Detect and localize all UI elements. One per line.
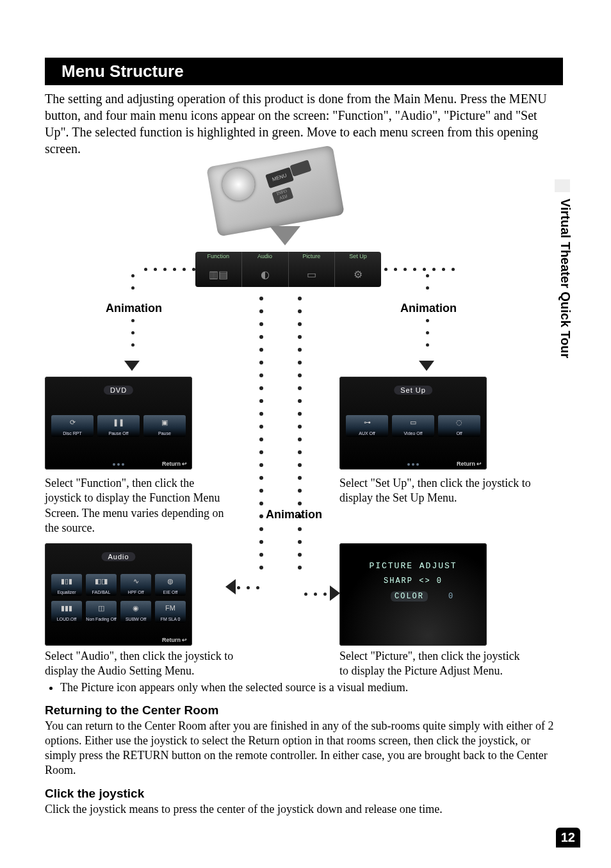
dotted-path bbox=[304, 593, 327, 596]
page-indicator bbox=[407, 463, 419, 466]
arrow-down-icon bbox=[419, 361, 434, 371]
click-joystick-heading: Click the joystick bbox=[45, 787, 563, 801]
tile-label: Off bbox=[456, 431, 462, 436]
note-item: The Picture icon appears only when the s… bbox=[60, 681, 563, 694]
screen-title: DVD bbox=[104, 386, 133, 395]
returning-body: You can return to the Center Room after … bbox=[45, 719, 563, 778]
screen-title: Audio bbox=[101, 552, 135, 561]
menu-item-label: Picture bbox=[289, 253, 335, 259]
remote-illustration: MENU INFO ADJ bbox=[206, 145, 345, 236]
picture-sharp-row: SHARP <> 0 bbox=[339, 577, 487, 585]
tile-label: FM SLA 0 bbox=[161, 617, 181, 621]
audio-caption: Select "Audio", then click the joystick … bbox=[45, 649, 237, 679]
tile-subw-off: ◉SUBW Off bbox=[120, 601, 151, 623]
audio-icon: ◐ bbox=[242, 262, 288, 287]
picture-title: PICTURE ADJUST bbox=[339, 561, 487, 571]
returning-heading: Returning to the Center Room bbox=[45, 703, 563, 717]
return-label: Return bbox=[457, 461, 482, 467]
tile-label: Disc RPT bbox=[63, 431, 82, 436]
function-caption: Select "Function", then click the joysti… bbox=[45, 476, 231, 536]
menu-item-function: Function ▥▤ bbox=[195, 252, 242, 287]
function-icon: ▥▤ bbox=[195, 262, 241, 287]
picture-adjust-screen: PICTURE ADJUST SHARP <> 0 COLOR 0 bbox=[339, 543, 487, 646]
menu-item-label: Set Up bbox=[335, 253, 381, 259]
subwoofer-icon: ◉ bbox=[120, 604, 151, 612]
page-indicator bbox=[113, 463, 124, 466]
repeat-icon: ⟳ bbox=[51, 418, 94, 427]
tile-fm-sla: FMFM SLA 0 bbox=[155, 601, 186, 623]
tile-nonfading-off: ◫Non Fading Off bbox=[86, 601, 117, 623]
animation-label: Animation bbox=[106, 302, 162, 315]
main-menu-bar: Function ▥▤ Audio ◐ Picture ▭ Set Up ⚙ bbox=[195, 252, 381, 287]
balance-icon: ◧◨ bbox=[86, 577, 117, 585]
tile-label: SUBW Off bbox=[126, 617, 146, 621]
fm-icon: FM bbox=[155, 604, 186, 612]
dotted-path bbox=[144, 268, 195, 271]
joystick-knob-icon bbox=[220, 166, 257, 203]
picture-caption: Select "Picture", then click the joystic… bbox=[339, 649, 532, 679]
arrow-left-icon bbox=[225, 579, 236, 594]
pause-icon: ❚❚ bbox=[97, 418, 140, 427]
setup-caption: Select "Set Up", then click the joystick… bbox=[339, 476, 532, 506]
info-button-icon: INFO ADJ bbox=[272, 187, 293, 204]
return-label: Return bbox=[162, 461, 187, 467]
animation-label: Animation bbox=[400, 302, 457, 315]
tile-label: HPF Off bbox=[127, 590, 143, 594]
menu-item-picture: Picture ▭ bbox=[289, 252, 336, 287]
menu-button-icon: MENU bbox=[265, 167, 294, 188]
picture-color-value: 0 bbox=[448, 592, 453, 601]
dotted-path bbox=[131, 319, 134, 347]
arrow-down-icon bbox=[124, 361, 140, 371]
tile-pause: ▣Pause bbox=[143, 415, 186, 437]
function-menu-screen: DVD ⟳Disc RPT ❚❚Pause Off ▣Pause Return bbox=[45, 377, 192, 470]
off-icon: ◌ bbox=[438, 418, 480, 427]
tile-label: AUX Off bbox=[359, 431, 375, 436]
tile-pause-off: ❚❚Pause Off bbox=[97, 415, 140, 437]
video-icon: ▭ bbox=[392, 418, 434, 427]
loudness-icon: ▮▮▮ bbox=[51, 604, 82, 612]
nonfading-icon: ◫ bbox=[86, 604, 117, 612]
remote-button-icon bbox=[289, 160, 311, 176]
menu-item-label: Function bbox=[195, 253, 241, 259]
dotted-path bbox=[426, 319, 429, 347]
menu-item-label: Audio bbox=[242, 253, 288, 259]
page-number: 12 bbox=[556, 828, 580, 848]
hpf-icon: ∿ bbox=[120, 577, 151, 585]
dotted-path bbox=[298, 297, 302, 569]
animation-label: Animation bbox=[266, 508, 322, 521]
picture-color-label: COLOR bbox=[391, 591, 428, 602]
dotted-path bbox=[259, 297, 263, 569]
tile-hpf-off: ∿HPF Off bbox=[120, 574, 151, 596]
dotted-path bbox=[426, 274, 429, 290]
tile-eie-off: ◍EIE Off bbox=[155, 574, 186, 596]
eie-icon: ◍ bbox=[155, 577, 186, 585]
aux-icon: ⊶ bbox=[346, 418, 388, 427]
menu-item-setup: Set Up ⚙ bbox=[335, 252, 381, 287]
setup-menu-screen: Set Up ⊶AUX Off ▭Video Off ◌Off Return bbox=[339, 377, 487, 470]
dotted-path bbox=[384, 268, 455, 271]
dotted-path bbox=[131, 274, 134, 290]
tile-loud-off: ▮▮▮LOUD.Off bbox=[51, 601, 82, 623]
tile-fad-bal: ◧◨FAD/BAL bbox=[86, 574, 117, 596]
click-joystick-body: Click the joystick means to press the ce… bbox=[45, 802, 563, 817]
notes-list: The Picture icon appears only when the s… bbox=[45, 681, 563, 694]
tile-label: Video Off bbox=[404, 431, 423, 436]
arrow-down-icon bbox=[270, 226, 300, 245]
tile-label: Equalizer bbox=[57, 590, 76, 594]
tile-disc-rpt: ⟳Disc RPT bbox=[51, 415, 94, 437]
tile-video-off: ▭Video Off bbox=[392, 415, 434, 437]
return-label: Return bbox=[162, 637, 187, 643]
tile-label: Pause Off bbox=[108, 431, 128, 436]
tile-label: FAD/BAL bbox=[92, 590, 111, 594]
menu-structure-diagram: MENU INFO ADJ Function ▥▤ Audio ◐ Pictur… bbox=[45, 162, 563, 668]
tile-label: LOUD.Off bbox=[57, 617, 77, 621]
section-heading: Menu Structure bbox=[45, 58, 563, 85]
menu-item-audio: Audio ◐ bbox=[242, 252, 289, 287]
dotted-path bbox=[237, 586, 259, 589]
setup-icon: ⚙ bbox=[335, 262, 381, 287]
tile-equalizer: ▮▯▮Equalizer bbox=[51, 574, 82, 596]
equalizer-icon: ▮▯▮ bbox=[51, 577, 82, 585]
screen-title: Set Up bbox=[394, 386, 432, 395]
audio-menu-screen: Audio ▮▯▮Equalizer ◧◨FAD/BAL ∿HPF Off ◍E… bbox=[45, 543, 192, 646]
tile-aux-off: ⊶AUX Off bbox=[346, 415, 388, 437]
